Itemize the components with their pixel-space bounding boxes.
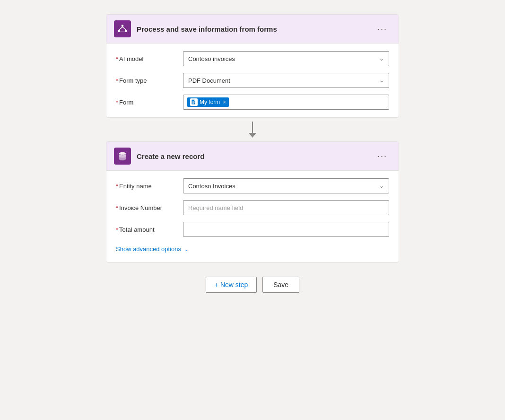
ai-model-control: Contoso invoices ⌄ — [183, 51, 389, 66]
entity-name-row: *Entity name Contoso Invoices ⌄ — [116, 178, 389, 193]
total-amount-input[interactable] — [183, 222, 389, 237]
card1-header: Process and save information from forms … — [106, 15, 399, 44]
total-amount-label: *Total amount — [116, 226, 177, 233]
form-type-value: PDF Document — [188, 77, 230, 84]
form-row: *Form — [116, 95, 389, 110]
form-file-icon — [191, 99, 197, 105]
entity-name-control: Contoso Invoices ⌄ — [183, 178, 389, 193]
form-tag: My form × — [187, 97, 229, 107]
svg-line-4 — [122, 27, 126, 30]
ai-model-label: *AI model — [116, 55, 177, 62]
form-tag-icon — [190, 98, 198, 106]
show-advanced-chevron-icon: ⌄ — [184, 245, 189, 253]
card1-title: Process and save information from forms — [137, 25, 277, 33]
svg-rect-9 — [192, 103, 194, 104]
connector — [249, 118, 256, 141]
card2-icon — [114, 148, 131, 165]
ai-model-value: Contoso invoices — [188, 55, 235, 62]
form-type-control: PDF Document ⌄ — [183, 73, 389, 88]
database-svg-icon — [117, 151, 128, 161]
actions-bar: + New step Save — [206, 277, 299, 293]
card1-more-button[interactable]: ··· — [374, 22, 391, 36]
total-amount-row: *Total amount — [116, 222, 389, 237]
form-required-star: * — [116, 99, 118, 106]
card2-more-button[interactable]: ··· — [374, 149, 391, 163]
form-label: *Form — [116, 99, 177, 106]
form-type-label: *Form type — [116, 77, 177, 84]
form-type-row: *Form type PDF Document ⌄ — [116, 73, 389, 88]
svg-point-1 — [118, 30, 120, 32]
invoice-number-row: *Invoice Number — [116, 200, 389, 215]
svg-rect-7 — [192, 102, 195, 102]
svg-point-10 — [119, 152, 126, 155]
svg-point-0 — [122, 25, 124, 27]
entity-name-required-star: * — [116, 183, 118, 190]
connector-arrow-icon — [249, 133, 256, 138]
entity-name-label: *Entity name — [116, 183, 177, 190]
form-tag-close-icon[interactable]: × — [223, 99, 226, 105]
total-amount-required-star: * — [116, 226, 118, 233]
form-type-required-star: * — [116, 77, 118, 84]
card1-icon — [114, 20, 131, 37]
invoice-number-label: *Invoice Number — [116, 204, 177, 211]
ai-model-chevron-icon: ⌄ — [379, 55, 384, 62]
form-control: My form × — [183, 95, 389, 110]
network-svg-icon — [117, 24, 128, 34]
invoice-number-control — [183, 200, 389, 215]
card2-header: Create a new record ··· — [106, 142, 399, 171]
connector-line — [252, 122, 253, 133]
card2-header-left: Create a new record — [114, 148, 204, 165]
new-step-button[interactable]: + New step — [206, 277, 257, 293]
total-amount-control — [183, 222, 389, 237]
form-tag-container[interactable]: My form × — [183, 95, 389, 110]
save-button[interactable]: Save — [262, 277, 299, 293]
card-process-forms: Process and save information from forms … — [106, 14, 399, 118]
card2-title: Create a new record — [137, 152, 204, 160]
card1-body: *AI model Contoso invoices ⌄ *Form type … — [106, 44, 399, 117]
invoice-number-required-star: * — [116, 204, 118, 211]
show-advanced-button[interactable]: Show advanced options ⌄ — [116, 244, 389, 254]
card-create-record: Create a new record ··· *Entity name Con… — [106, 141, 399, 262]
show-advanced-label: Show advanced options — [116, 245, 181, 253]
svg-line-3 — [119, 27, 122, 30]
ai-model-required-star: * — [116, 55, 118, 62]
ai-model-row: *AI model Contoso invoices ⌄ — [116, 51, 389, 66]
ai-model-select[interactable]: Contoso invoices ⌄ — [183, 51, 389, 66]
entity-name-select[interactable]: Contoso Invoices ⌄ — [183, 178, 389, 193]
svg-rect-8 — [192, 102, 195, 103]
entity-name-chevron-icon: ⌄ — [379, 183, 384, 189]
entity-name-value: Contoso Invoices — [188, 183, 235, 190]
svg-point-2 — [125, 30, 127, 32]
form-type-chevron-icon: ⌄ — [379, 77, 384, 84]
card1-header-left: Process and save information from forms — [114, 20, 277, 37]
invoice-number-input[interactable] — [183, 200, 389, 215]
form-tag-label: My form — [200, 99, 220, 105]
card2-body: *Entity name Contoso Invoices ⌄ *Invoice… — [106, 171, 399, 262]
form-type-select[interactable]: PDF Document ⌄ — [183, 73, 389, 88]
